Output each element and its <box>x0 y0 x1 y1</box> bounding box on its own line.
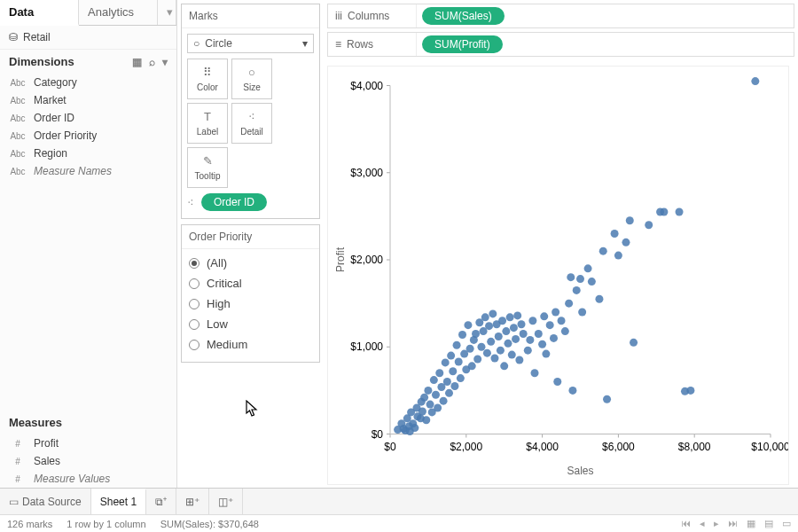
datasource-tab-icon: ▭ <box>9 496 19 508</box>
columns-pill[interactable]: SUM(Sales) <box>422 7 505 25</box>
svg-text:$6,000: $6,000 <box>602 441 635 453</box>
svg-point-70 <box>473 356 481 364</box>
view-mode2-icon[interactable]: ▤ <box>764 518 773 529</box>
svg-point-109 <box>565 300 573 308</box>
view-grid-icon[interactable]: ▦ <box>132 56 142 68</box>
detail-icon: ⁖ <box>248 110 255 123</box>
field-name: Measure Names <box>34 165 112 177</box>
datatype-icon: # <box>9 439 27 449</box>
mark-color-button[interactable]: ⠿Color <box>187 59 228 99</box>
dimension-field[interactable]: AbcOrder Priority <box>0 127 176 145</box>
tab-datasource[interactable]: ▭Data Source <box>0 489 91 514</box>
svg-point-123 <box>626 216 634 224</box>
svg-point-81 <box>495 332 503 340</box>
svg-point-78 <box>489 309 497 317</box>
svg-point-117 <box>595 295 603 303</box>
svg-point-72 <box>477 343 485 351</box>
marks-card: Marks ○Circle ▾ ⠿Color○SizeTLabel⁖Detail… <box>181 4 320 219</box>
datatype-icon: # <box>9 457 27 466</box>
dimension-field[interactable]: AbcOrder ID <box>0 109 176 127</box>
filter-option[interactable]: High <box>182 293 319 314</box>
tab-data[interactable]: Data <box>0 0 79 26</box>
svg-point-101 <box>540 312 548 320</box>
svg-point-119 <box>603 395 611 403</box>
filter-option[interactable]: Critical <box>182 273 319 293</box>
view-mode1-icon[interactable]: ▦ <box>747 518 755 529</box>
svg-point-44 <box>424 387 432 395</box>
scatter-chart[interactable]: $0$1,000$2,000$3,000$4,000$0$2,000$4,000… <box>327 66 789 485</box>
mark-size-button[interactable]: ○Size <box>231 59 272 99</box>
mark-tooltip-button[interactable]: ✎Tooltip <box>187 147 228 188</box>
shelf-pane: Marks ○Circle ▾ ⠿Color○SizeTLabel⁖Detail… <box>177 0 324 488</box>
rows-pill[interactable]: SUM(Profit) <box>422 35 503 53</box>
svg-point-131 <box>751 77 759 85</box>
svg-point-121 <box>614 252 622 260</box>
dimension-field[interactable]: AbcRegion <box>0 145 176 162</box>
bottom-tabs: ▭Data Source Sheet 1 ⧉⁺ ⊞⁺ ◫⁺ <box>0 488 798 514</box>
svg-point-124 <box>630 339 638 347</box>
mark-type-select[interactable]: ○Circle ▾ <box>187 34 314 53</box>
search-icon[interactable]: ⌕ <box>149 56 155 68</box>
dimension-field[interactable]: AbcMeasure Names <box>0 162 176 180</box>
svg-point-75 <box>483 349 491 357</box>
tab-dropdown[interactable]: ▾ <box>158 0 176 25</box>
detail-pill[interactable]: Order ID <box>201 193 267 211</box>
filter-option[interactable]: (All) <box>182 253 319 273</box>
svg-point-128 <box>676 207 684 215</box>
svg-point-60 <box>455 357 463 365</box>
filter-option[interactable]: Medium <box>182 334 319 355</box>
svg-point-102 <box>542 350 550 358</box>
mark-btn-label: Label <box>197 127 218 137</box>
svg-text:$0: $0 <box>372 428 384 441</box>
rows-icon: ≡ <box>335 38 341 51</box>
nav-prev-icon[interactable]: ◂ <box>700 518 705 529</box>
filter-option[interactable]: Low <box>182 314 319 334</box>
status-grid: 1 row by 1 column <box>66 519 145 529</box>
tab-analytics[interactable]: Analytics <box>79 0 158 25</box>
svg-point-52 <box>440 397 448 405</box>
nav-next-icon[interactable]: ▸ <box>714 518 719 529</box>
measures-head: Measures <box>9 416 62 429</box>
measure-field[interactable]: #Sales <box>0 452 176 470</box>
mark-label-button[interactable]: TLabel <box>187 103 228 144</box>
dimension-field[interactable]: AbcCategory <box>0 74 176 91</box>
columns-shelf[interactable]: iiiColumns SUM(Sales) <box>327 4 794 28</box>
tab-sheet1[interactable]: Sheet 1 <box>91 489 146 514</box>
measure-field[interactable]: #Profit <box>0 434 176 452</box>
nav-last-icon[interactable]: ⏭ <box>728 518 738 529</box>
svg-point-43 <box>422 416 430 424</box>
datasource-row[interactable]: ⛁ Retail <box>0 26 176 50</box>
svg-point-61 <box>457 374 465 382</box>
svg-point-110 <box>567 273 575 281</box>
new-worksheet-button[interactable]: ⧉⁺ <box>146 489 176 514</box>
new-story-button[interactable]: ◫⁺ <box>209 489 243 514</box>
svg-point-88 <box>508 351 516 359</box>
dimension-field[interactable]: AbcMarket <box>0 91 176 109</box>
field-name: Order Priority <box>34 129 97 142</box>
menu-caret-icon[interactable]: ▾ <box>162 56 168 68</box>
new-dashboard-button[interactable]: ⊞⁺ <box>176 489 209 514</box>
rows-shelf[interactable]: ≡Rows SUM(Profit) <box>327 32 794 57</box>
svg-point-93 <box>518 320 526 328</box>
mark-detail-button[interactable]: ⁖Detail <box>231 103 272 144</box>
nav-first-icon[interactable]: ⏮ <box>681 518 691 529</box>
svg-point-103 <box>546 321 554 329</box>
field-name: Measure Values <box>34 473 110 485</box>
rows-label: Rows <box>347 38 373 51</box>
svg-point-41 <box>419 407 426 415</box>
svg-point-49 <box>434 404 442 412</box>
svg-point-114 <box>578 308 586 316</box>
svg-point-108 <box>561 327 569 335</box>
svg-point-92 <box>515 356 523 364</box>
svg-point-57 <box>449 367 457 375</box>
measure-field[interactable]: #Measure Values <box>0 470 176 488</box>
new-worksheet-icon: ⧉⁺ <box>155 496 167 508</box>
svg-point-127 <box>660 207 668 215</box>
view-mode3-icon[interactable]: ▭ <box>782 518 791 529</box>
svg-point-95 <box>524 347 532 355</box>
svg-text:Sales: Sales <box>567 465 593 477</box>
svg-point-58 <box>450 382 458 390</box>
svg-point-48 <box>432 391 440 399</box>
svg-text:$3,000: $3,000 <box>350 167 383 179</box>
svg-point-106 <box>553 378 561 386</box>
